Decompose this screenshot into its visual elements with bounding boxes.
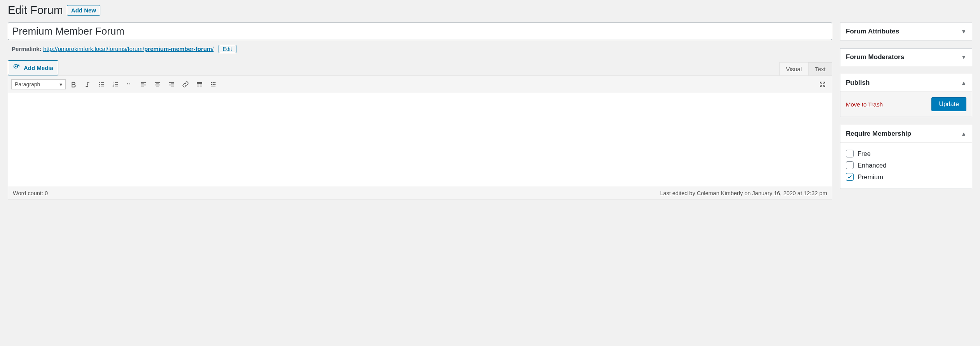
move-to-trash-link[interactable]: Move to Trash — [846, 101, 883, 108]
require-membership-panel: Require Membership ▲ FreeEnhancedPremium — [840, 125, 972, 189]
media-icon — [13, 63, 21, 72]
bold-button[interactable] — [67, 78, 80, 91]
word-count: Word count: 0 — [13, 190, 48, 196]
chevron-up-icon: ▲ — [961, 131, 966, 137]
tab-text[interactable]: Text — [808, 62, 832, 75]
last-edited: Last edited by Coleman Kimberly on Janua… — [660, 190, 827, 196]
checkbox[interactable] — [846, 173, 854, 181]
forum-moderators-toggle[interactable]: Forum Moderators ▼ — [840, 49, 972, 66]
svg-point-4 — [99, 86, 100, 86]
numbered-list-button[interactable]: 123 — [109, 78, 122, 91]
add-new-button[interactable]: Add New — [67, 5, 100, 16]
require-membership-toggle[interactable]: Require Membership ▲ — [840, 125, 972, 143]
membership-label: Enhanced — [858, 162, 886, 169]
checkbox[interactable] — [846, 161, 854, 169]
bullet-list-button[interactable] — [95, 78, 108, 91]
permalink-label: Permalink: — [12, 45, 42, 52]
membership-label: Free — [858, 150, 871, 157]
insert-more-button[interactable] — [193, 78, 206, 91]
permalink-link[interactable]: http://pmprokimfork.local/forums/forum/p… — [43, 45, 214, 52]
chevron-down-icon: ▼ — [961, 28, 966, 35]
edit-permalink-button[interactable]: Edit — [219, 45, 236, 53]
paragraph-format-select[interactable]: Paragraph ▾ — [11, 79, 66, 89]
page-title: Edit Forum — [8, 4, 63, 17]
svg-rect-13 — [213, 84, 214, 85]
svg-rect-14 — [214, 84, 215, 85]
add-media-button[interactable]: Add Media — [8, 60, 58, 75]
align-right-button[interactable] — [165, 78, 178, 91]
membership-label: Premium — [858, 173, 883, 181]
svg-rect-8 — [197, 82, 202, 84]
insert-link-button[interactable] — [179, 78, 192, 91]
svg-rect-9 — [211, 82, 212, 83]
blockquote-button[interactable] — [123, 78, 136, 91]
forum-moderators-panel: Forum Moderators ▼ — [840, 48, 972, 66]
publish-panel: Publish ▲ Move to Trash Update — [840, 74, 972, 117]
membership-option[interactable]: Enhanced — [846, 161, 966, 169]
membership-option[interactable]: Premium — [846, 173, 966, 181]
align-left-button[interactable] — [137, 78, 150, 91]
page-header: Edit Forum Add New — [8, 4, 972, 17]
svg-rect-10 — [213, 82, 214, 83]
editor-toolbar: Paragraph ▾ 123 — [8, 76, 832, 93]
chevron-down-icon: ▾ — [60, 81, 62, 87]
update-button[interactable]: Update — [931, 97, 966, 111]
toolbar-toggle-button[interactable] — [207, 78, 220, 91]
forum-attributes-panel: Forum Attributes ▼ — [840, 23, 972, 40]
post-title-input[interactable] — [8, 23, 832, 40]
checkbox[interactable] — [846, 150, 854, 157]
italic-button[interactable] — [81, 78, 94, 91]
chevron-up-icon: ▲ — [961, 80, 966, 86]
svg-rect-11 — [214, 82, 215, 83]
editor: Paragraph ▾ 123 Word count: 0 — [8, 75, 832, 200]
svg-rect-12 — [211, 84, 212, 85]
publish-panel-toggle[interactable]: Publish ▲ — [840, 74, 972, 92]
editor-content-area[interactable] — [8, 93, 832, 187]
editor-status-bar: Word count: 0 Last edited by Coleman Kim… — [8, 187, 832, 199]
svg-text:3: 3 — [113, 85, 114, 87]
tab-visual[interactable]: Visual — [779, 62, 808, 75]
fullscreen-button[interactable] — [816, 78, 829, 91]
permalink-row: Permalink: http://pmprokimfork.local/for… — [12, 45, 832, 53]
membership-option[interactable]: Free — [846, 150, 966, 157]
align-center-button[interactable] — [151, 78, 164, 91]
svg-point-3 — [99, 84, 100, 85]
chevron-down-icon: ▼ — [961, 54, 966, 60]
forum-attributes-toggle[interactable]: Forum Attributes ▼ — [840, 23, 972, 40]
svg-point-1 — [15, 66, 16, 67]
svg-point-2 — [99, 82, 100, 83]
